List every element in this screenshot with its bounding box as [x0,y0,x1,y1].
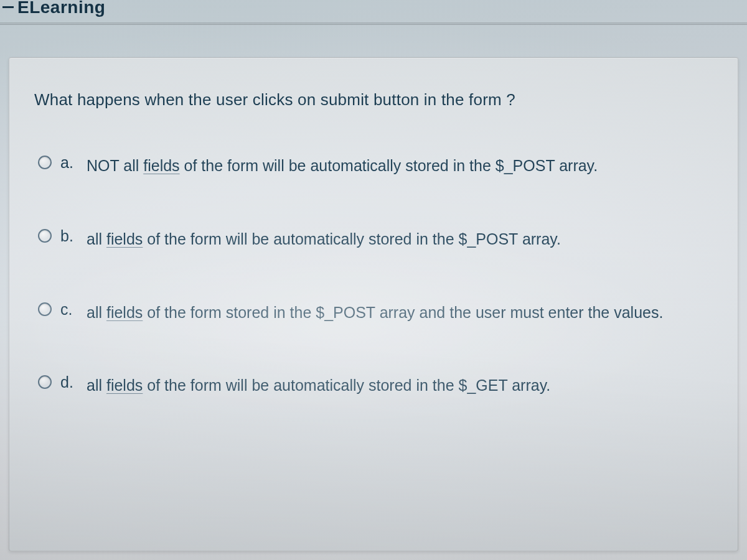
brand-label: ELearning [0,0,105,17]
keyword-fields: fields [106,304,143,321]
option-b[interactable]: b. all fields of the form will be automa… [34,226,713,251]
keyword-fields: fields [106,376,143,394]
option-text: all fields of the form will be automatic… [87,226,713,251]
quiz-frame: ELearning What happens when the user cli… [0,0,747,560]
question-card: What happens when the user clicks on sub… [9,57,738,551]
option-letter: b. [60,227,78,245]
option-letter: a. [60,154,78,172]
option-text: NOT all fields of the form will be autom… [87,153,713,178]
radio-d[interactable] [38,375,52,389]
option-text: all fields of the form stored in the $_P… [87,300,713,325]
keyword-fields: fields [143,157,179,174]
option-d[interactable]: d. all fields of the form will be automa… [34,373,713,398]
question-text: What happens when the user clicks on sub… [34,90,713,110]
option-letter: d. [60,373,78,391]
keyword-fields: fields [106,230,143,248]
option-text: all fields of the form will be automatic… [87,373,713,398]
radio-c[interactable] [38,302,52,316]
radio-b[interactable] [38,229,52,243]
radio-a[interactable] [38,156,52,169]
option-c[interactable]: c. all fields of the form stored in the … [34,300,713,325]
brand-text: ELearning [17,0,105,17]
divider [0,22,747,25]
option-letter: c. [60,301,78,319]
option-a[interactable]: a. NOT all fields of the form will be au… [34,153,713,178]
